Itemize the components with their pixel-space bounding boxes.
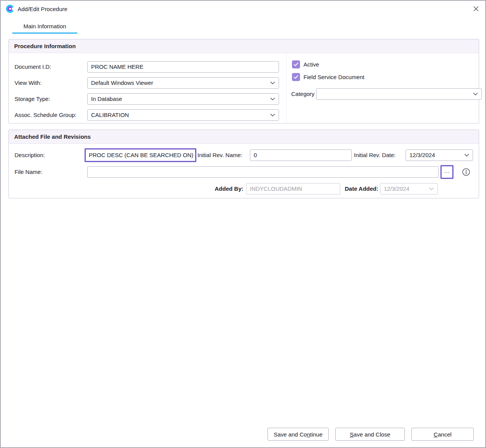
storage-type-dropdown[interactable]: In Database bbox=[87, 93, 279, 105]
initial-rev-date-label: Initial Rev. Date: bbox=[354, 149, 396, 161]
date-added-label: Date Added: bbox=[345, 183, 378, 195]
checkbox-checked-icon bbox=[292, 73, 300, 81]
added-by-label: Added By: bbox=[199, 183, 243, 195]
description-label: Description: bbox=[15, 149, 45, 161]
save-and-close-mnemonic: S bbox=[350, 431, 354, 438]
attached-file-group: Attached File and Revisions Description:… bbox=[8, 130, 479, 198]
app-logo-icon bbox=[6, 5, 14, 13]
file-name-label: File Name: bbox=[15, 166, 42, 178]
storage-type-value: In Database bbox=[91, 96, 122, 102]
chevron-down-icon bbox=[270, 97, 275, 101]
chevron-down-icon bbox=[429, 187, 434, 190]
window-title: Add/Edit Procedure bbox=[18, 6, 67, 12]
initial-rev-name-label: Initial Rev. Name: bbox=[197, 149, 242, 161]
view-with-dropdown[interactable]: Default Windows Viewer bbox=[87, 77, 279, 89]
schedule-group-label: Assoc. Schedule Group: bbox=[15, 109, 77, 121]
schedule-group-value: CALIBRATION bbox=[91, 112, 129, 118]
save-and-close-button[interactable]: Save and Close bbox=[335, 428, 405, 441]
active-checkbox[interactable]: Active bbox=[292, 60, 319, 68]
info-icon[interactable] bbox=[462, 168, 470, 176]
titlebar: Add/Edit Procedure bbox=[1, 1, 485, 17]
browse-file-button[interactable]: ... bbox=[440, 165, 453, 179]
add-edit-procedure-dialog: Add/Edit Procedure Main Information Proc… bbox=[0, 0, 486, 448]
close-icon[interactable] bbox=[467, 1, 485, 17]
checkbox-checked-icon bbox=[292, 60, 300, 68]
save-and-continue-label: Save and Co bbox=[274, 431, 307, 438]
chevron-down-icon bbox=[270, 114, 275, 117]
initial-rev-name-input[interactable]: 0 bbox=[250, 149, 352, 161]
storage-type-label: Storage Type: bbox=[15, 93, 50, 105]
initial-rev-date-dropdown[interactable]: 12/3/2024 bbox=[406, 149, 473, 161]
procedure-information-header: Procedure Information bbox=[9, 39, 479, 53]
schedule-group-dropdown[interactable]: CALIBRATION bbox=[87, 109, 279, 121]
save-and-close-label: ave and Close bbox=[354, 431, 390, 438]
cancel-label: ancel bbox=[438, 431, 452, 438]
file-name-input[interactable] bbox=[87, 166, 439, 178]
save-and-continue-button[interactable]: Save and Continue bbox=[267, 428, 329, 441]
date-added-value: 12/3/2024 bbox=[384, 185, 409, 192]
document-id-label: Document I.D: bbox=[15, 61, 51, 73]
chevron-down-icon bbox=[464, 154, 469, 157]
tab-main-information[interactable]: Main Information bbox=[12, 23, 77, 34]
field-service-checkbox[interactable]: Field Service Document bbox=[292, 73, 364, 81]
description-input[interactable]: PROC DESC (CAN BE SEARCHED ON) bbox=[85, 148, 196, 162]
date-added-dropdown: 12/3/2024 bbox=[380, 183, 438, 195]
chevron-down-icon bbox=[473, 93, 478, 96]
cancel-mnemonic: C bbox=[434, 431, 438, 438]
view-with-value: Default Windows Viewer bbox=[91, 80, 153, 86]
initial-rev-date-value: 12/3/2024 bbox=[409, 152, 435, 158]
field-service-checkbox-label: Field Service Document bbox=[303, 73, 364, 81]
category-dropdown[interactable] bbox=[316, 88, 482, 100]
chevron-down-icon bbox=[270, 81, 275, 84]
category-label: Category bbox=[291, 88, 315, 100]
document-id-input[interactable]: PROC NAME HERE bbox=[87, 61, 279, 73]
save-and-continue-mnemonic: n bbox=[307, 431, 310, 438]
procedure-information-group: Procedure Information Document I.D: PROC… bbox=[8, 39, 479, 123]
view-with-label: View With: bbox=[15, 77, 42, 89]
cancel-button[interactable]: Cancel bbox=[411, 428, 474, 441]
save-and-continue-label-end: tinue bbox=[310, 431, 323, 438]
added-by-input: INDYCLOUDADMIN bbox=[246, 183, 340, 195]
active-checkbox-label: Active bbox=[303, 60, 319, 68]
attached-file-header: Attached File and Revisions bbox=[9, 130, 479, 144]
